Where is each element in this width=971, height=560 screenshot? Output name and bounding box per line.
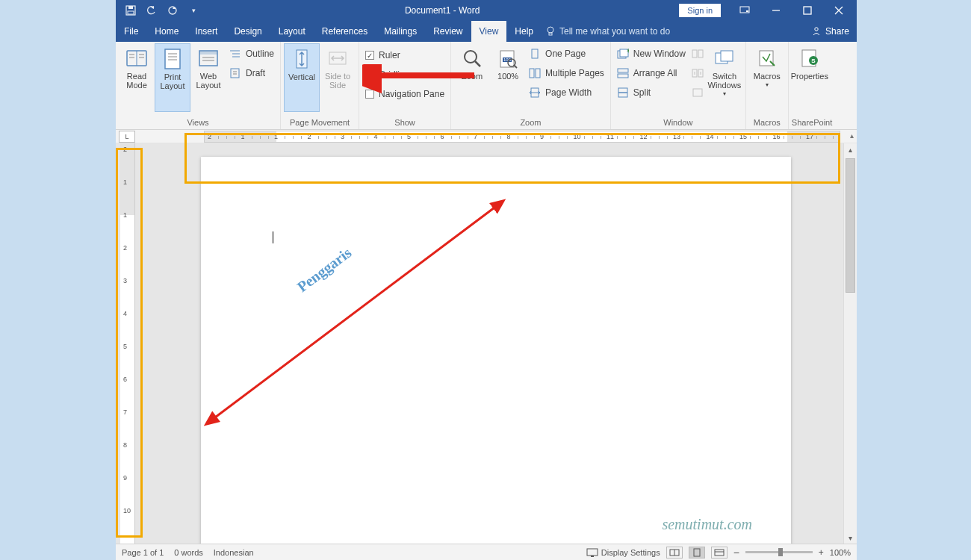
svg-rect-42 — [532, 49, 538, 58]
page-width-button[interactable]: Page Width — [529, 85, 604, 100]
status-language[interactable]: Indonesian — [214, 548, 254, 557]
svg-rect-49 — [618, 69, 628, 72]
text-cursor — [273, 231, 273, 243]
properties-button[interactable]: S Properties — [792, 43, 828, 112]
checkbox-checked-icon: ✓ — [365, 51, 374, 60]
macros-button[interactable]: Macros ▾ — [749, 43, 785, 112]
side-to-side-button[interactable]: Side to Side — [320, 43, 356, 112]
scroll-up-icon[interactable]: ▴ — [844, 143, 857, 155]
minimize-icon[interactable] — [761, 0, 791, 21]
ruler-checkbox[interactable]: ✓Ruler — [365, 48, 444, 63]
outline-button[interactable]: Outline — [229, 46, 274, 61]
redo-icon[interactable] — [164, 1, 182, 19]
group-sharepoint: S Properties SharePoint — [789, 42, 835, 129]
page-container — [135, 143, 857, 544]
zoom-100-button[interactable]: 100 100% — [490, 43, 526, 112]
reset-window-button — [692, 85, 704, 100]
horizontal-ruler[interactable]: 21123456789101112131415161718 — [204, 131, 840, 143]
svg-rect-30 — [231, 69, 239, 78]
zoom-button[interactable]: Zoom — [454, 43, 490, 112]
ribbon-tabs: File Home Insert Design Layout Reference… — [116, 21, 857, 42]
share-label: Share — [825, 26, 849, 37]
tab-view[interactable]: View — [471, 21, 507, 42]
svg-text:S: S — [811, 57, 816, 64]
ribbon-display-options-icon[interactable] — [730, 0, 760, 21]
share-button[interactable]: Share — [811, 21, 849, 42]
svg-rect-24 — [199, 51, 217, 55]
document-page[interactable] — [201, 157, 791, 544]
split-button[interactable]: Split — [617, 85, 686, 100]
svg-rect-5 — [746, 10, 748, 12]
tellme-search[interactable]: Tell me what you want to do — [546, 21, 670, 42]
svg-rect-11 — [549, 33, 552, 35]
tab-insert[interactable]: Insert — [187, 21, 226, 42]
zoom-level[interactable]: 100% — [830, 548, 851, 557]
outline-icon — [229, 49, 241, 59]
svg-rect-54 — [698, 50, 703, 57]
vertical-scrollbar[interactable]: ▴ ▾ — [843, 143, 857, 544]
svg-rect-68 — [694, 549, 700, 556]
zoom-100-icon: 100 — [496, 46, 520, 70]
new-window-icon: ✶ — [617, 49, 629, 59]
signin-button[interactable]: Sign in — [679, 4, 721, 17]
web-layout-view-icon[interactable] — [711, 547, 728, 559]
print-layout-button[interactable]: Print Layout — [155, 43, 190, 112]
tab-selector[interactable]: L — [119, 131, 135, 143]
read-mode-button[interactable]: Read Mode — [119, 43, 155, 112]
read-mode-view-icon[interactable] — [666, 547, 683, 559]
tab-review[interactable]: Review — [425, 21, 471, 42]
arrange-all-button[interactable]: Arrange All — [617, 66, 686, 81]
svg-rect-44 — [536, 69, 540, 78]
multiple-pages-button[interactable]: Multiple Pages — [529, 66, 604, 81]
svg-point-35 — [465, 51, 477, 63]
ribbon: Read Mode Print Layout Web Layout Outlin… — [116, 42, 857, 130]
group-views: Read Mode Print Layout Web Layout Outlin… — [116, 42, 281, 129]
web-layout-button[interactable]: Web Layout — [190, 43, 226, 112]
navpane-checkbox[interactable]: Navigation Pane — [365, 87, 444, 102]
print-layout-view-icon[interactable] — [689, 547, 705, 559]
status-words[interactable]: 0 words — [174, 548, 203, 557]
checkbox-icon — [365, 70, 374, 79]
status-page[interactable]: Page 1 of 1 — [122, 548, 164, 557]
zoom-in-button[interactable]: + — [819, 547, 824, 558]
tab-mailings[interactable]: Mailings — [376, 21, 425, 42]
group-pagemovement-label: Page Movement — [284, 116, 356, 129]
one-page-icon — [529, 49, 541, 59]
gridlines-checkbox[interactable]: Gridlines — [365, 67, 444, 82]
web-layout-icon — [196, 46, 220, 70]
zoom-slider[interactable] — [745, 551, 813, 553]
zoom-out-button[interactable]: − — [733, 547, 739, 559]
new-window-button[interactable]: ✶New Window — [617, 46, 686, 61]
display-settings-button[interactable]: Display Settings — [586, 548, 660, 557]
svg-point-3 — [169, 7, 176, 14]
undo-icon[interactable] — [143, 1, 161, 19]
svg-rect-59 — [721, 51, 733, 61]
switch-windows-button[interactable]: Switch Windows ▾ — [707, 43, 742, 112]
save-icon[interactable] — [122, 1, 140, 19]
switch-windows-icon — [713, 46, 736, 70]
vertical-ruler[interactable]: 2112345678910 — [120, 143, 135, 544]
scroll-up-icon[interactable]: ▴ — [850, 131, 854, 140]
group-window-label: Window — [614, 116, 742, 129]
tab-file[interactable]: File — [116, 21, 146, 42]
dropdown-icon: ▾ — [766, 82, 769, 89]
one-page-button[interactable]: One Page — [529, 46, 604, 61]
maximize-icon[interactable] — [792, 0, 822, 21]
tab-references[interactable]: References — [314, 21, 376, 42]
scrollbar-thumb[interactable] — [846, 158, 855, 293]
tab-help[interactable]: Help — [506, 21, 542, 42]
group-window: ✶New Window Arrange All Split Switch Win… — [611, 42, 746, 129]
draft-button[interactable]: Draft — [229, 66, 274, 81]
tab-home[interactable]: Home — [146, 21, 187, 42]
share-icon — [811, 26, 822, 37]
scroll-down-icon[interactable]: ▾ — [844, 532, 857, 544]
close-icon[interactable] — [824, 0, 854, 21]
qat-customize-icon[interactable]: ▾ — [184, 1, 202, 19]
vertical-button[interactable]: Vertical — [284, 43, 320, 112]
tab-layout[interactable]: Layout — [270, 21, 314, 42]
lightbulb-icon — [546, 26, 555, 37]
window-controls: Sign in — [676, 0, 857, 21]
svg-line-41 — [514, 65, 517, 68]
tab-design[interactable]: Design — [226, 21, 270, 42]
macros-icon — [755, 46, 779, 70]
